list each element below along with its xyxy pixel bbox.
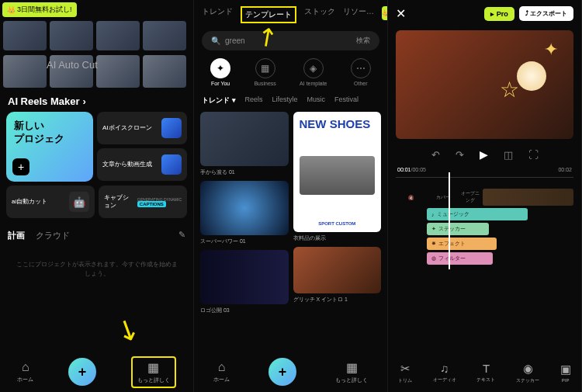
crop-icon[interactable]: ◫ (504, 149, 513, 161)
templates-icon: ▦ (346, 360, 358, 375)
thumb[interactable] (96, 21, 140, 50)
undo-icon[interactable]: ↶ (431, 149, 440, 161)
new-project-card[interactable]: 新しい プロジェク + (6, 112, 93, 182)
edit-icon[interactable]: ✎ (178, 230, 185, 241)
trial-badge[interactable]: 👑 3日間無料お試し! (2, 2, 77, 17)
template-item[interactable]: スーパーパワー 01 (200, 181, 289, 245)
cat-ai[interactable]: ◈AI template (300, 58, 327, 86)
fab-create[interactable]: + (68, 358, 96, 386)
template-grid: 手から渡る 01 スーパーパワー 01 ロゴ公開 03 NEW SHOES SP… (194, 112, 387, 314)
time-display: 00:01/00:0500:02 (388, 167, 581, 172)
text-icon (161, 154, 182, 175)
tool-auto-cut[interactable]: ai自動カット🤖 (6, 186, 95, 218)
templates-icon: ▦ (147, 360, 159, 375)
video-preview[interactable]: ✦ ☆ (396, 30, 573, 139)
template-item[interactable]: 手から渡る 01 (200, 112, 289, 176)
tool-text-to-video[interactable]: 文章から動画生成 (97, 148, 187, 181)
nav-more[interactable]: ▦もっと詳しく (131, 356, 176, 388)
tab-stock[interactable]: ストック (304, 6, 335, 23)
tool-captions[interactable]: キャプションGENERATING DYNAMICCAPTIONS (99, 186, 187, 218)
search-button[interactable]: 検索 (356, 36, 370, 46)
tab-cloud[interactable]: クラウド (36, 230, 70, 241)
track-music[interactable]: ♪ミュージック (427, 208, 528, 220)
thumb[interactable] (50, 21, 93, 50)
nav-home[interactable]: ⌂ホーム (17, 360, 33, 383)
editor-header: ✕ ▸ Pro ⤴ エクスポート (388, 0, 581, 27)
search-bar[interactable]: 🔍 green 検索 (202, 31, 379, 50)
section-title: AI Reels Maker › (0, 88, 193, 112)
fullscreen-icon[interactable]: ⛶ (528, 149, 539, 161)
thumb[interactable] (143, 55, 186, 88)
fab-create[interactable]: + (268, 358, 296, 386)
tool-trim[interactable]: ✂トリム (398, 362, 412, 384)
tab-trend[interactable]: トレンド (202, 6, 233, 23)
video-clip[interactable] (483, 189, 573, 206)
star-icon: ☆ (500, 77, 519, 102)
bottom-nav: ⌂ホーム + ▦もっと詳しく (0, 352, 193, 392)
track-sticker[interactable]: ✦ステッカー (427, 223, 489, 235)
categories: ✦For You ▦Business ◈AI template ⋯Other (194, 55, 387, 89)
opening-label[interactable]: オープニング (461, 190, 480, 204)
search-icon: 🔍 (211, 36, 220, 45)
crown-icon[interactable]: 👑 (382, 6, 387, 20)
tool-pip[interactable]: ▣PIP (560, 363, 571, 383)
playback-controls: ↶ ↷ ▶ ◫ ⛶ (388, 142, 581, 167)
voice-icon (161, 118, 182, 138)
robot-icon: 🤖 (69, 192, 89, 212)
sun-graphic (517, 61, 546, 91)
tab-resource[interactable]: リソー… (343, 6, 374, 23)
template-item[interactable]: グリッチ X イントロ 1 (293, 247, 382, 304)
thumb[interactable] (3, 55, 47, 88)
thumbs-row: AI Auto Cut (0, 55, 193, 88)
arrow-annotation: ↘ (111, 310, 146, 349)
thumb[interactable] (3, 21, 47, 50)
filter-festival[interactable]: Festival (334, 95, 359, 106)
track-filter[interactable]: ◍フィルター (427, 252, 493, 265)
pro-button[interactable]: ▸ Pro (484, 7, 514, 21)
template-item[interactable]: NEW SHOES SPORT CUSTOM 衣料品の展示 (293, 112, 382, 242)
cat-business[interactable]: ▦Business (254, 58, 275, 86)
editor-pane: ✕ ▸ Pro ⤴ エクスポート ✦ ☆ ↶ ↷ ▶ ◫ ⛶ 00:01/00:… (388, 0, 582, 392)
track-effect[interactable]: ✸エフェクト (427, 238, 497, 250)
sparkle-icon: ✦ (544, 40, 558, 60)
project-tabs: 計画 クラウド ✎ (0, 222, 193, 249)
nav-more[interactable]: ▦もっと詳しく (335, 360, 368, 384)
cat-other[interactable]: ⋯Other (351, 58, 371, 86)
play-icon[interactable]: ▶ (480, 148, 488, 161)
plus-icon[interactable]: + (12, 158, 29, 175)
search-value: green (225, 36, 245, 45)
thumb[interactable] (143, 21, 186, 50)
home-pane: 👑 3日間無料お試し! AI Auto Cut AI Reels Maker ›… (0, 0, 194, 392)
timeline[interactable]: 🔇 カバー オープニング ♪ミュージック ✦ステッカー ✸エフェクト ◍フィルタ… (388, 172, 581, 269)
filters: トレンド ▾ Reels Lifestyle Music Festival (194, 89, 387, 112)
thumb[interactable] (96, 55, 140, 88)
empty-message: ここにプロジェクトが表示されます。今すぐ作成を始めましょう。 (0, 249, 193, 290)
top-thumbs (0, 21, 193, 50)
top-tabs: トレンド テンプレート ストック リソー… 👑 (194, 0, 387, 26)
tab-plan[interactable]: 計画 (8, 230, 25, 241)
cat-foryou[interactable]: ✦For You (210, 58, 230, 86)
nav-home[interactable]: ⌂ホーム (213, 360, 230, 383)
template-item[interactable]: ロゴ公開 03 (200, 250, 289, 314)
filter-trend[interactable]: トレンド ▾ (202, 95, 236, 106)
playhead[interactable] (449, 172, 450, 269)
close-icon[interactable]: ✕ (396, 6, 406, 21)
ruler (396, 177, 573, 186)
export-button[interactable]: ⤴ エクスポート (519, 6, 573, 21)
tool-audio[interactable]: ♫オーディオ (433, 362, 456, 383)
ai-auto-label: AI Auto Cut (47, 59, 98, 71)
templates-pane: トレンド テンプレート ストック リソー… 👑 🔍 green 検索 ✦For … (194, 0, 388, 392)
tool-voice-clone[interactable]: AIボイスクローン (97, 112, 187, 144)
home-icon: ⌂ (22, 360, 29, 374)
filter-reels[interactable]: Reels (245, 95, 263, 106)
bottom-nav: ⌂ホーム + ▦もっと詳しく (194, 352, 387, 392)
redo-icon[interactable]: ↷ (456, 149, 464, 161)
home-icon: ⌂ (218, 360, 226, 374)
tool-sticker[interactable]: ◉ステッカー (516, 362, 539, 384)
mute-icon[interactable]: 🔇 (396, 195, 425, 200)
tool-text[interactable]: Tテキスト (476, 362, 495, 383)
chevron-right-icon: › (83, 95, 86, 107)
cover-label[interactable]: カバー (428, 194, 458, 201)
filter-lifestyle[interactable]: Lifestyle (272, 95, 298, 106)
filter-music[interactable]: Music (307, 95, 326, 106)
